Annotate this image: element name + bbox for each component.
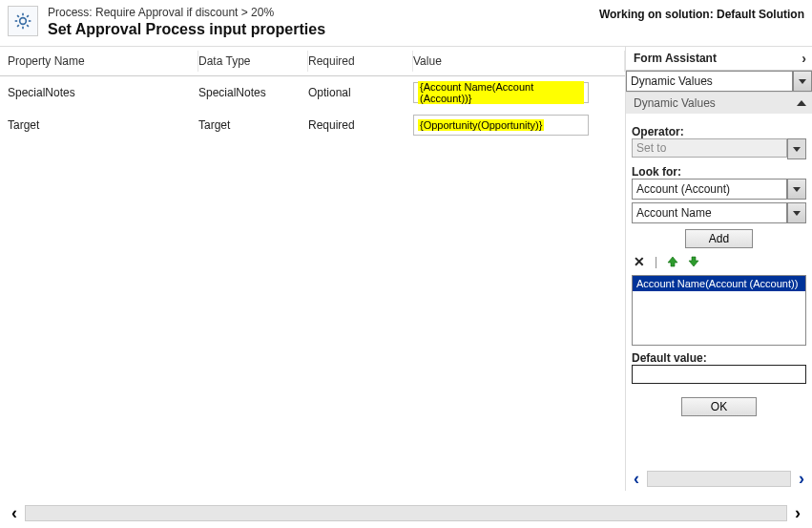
move-up-icon[interactable] <box>667 256 678 267</box>
gear-icon <box>13 11 32 31</box>
svg-point-0 <box>20 18 27 25</box>
scroll-right-icon[interactable]: › <box>795 470 808 487</box>
scroll-right-icon[interactable]: › <box>791 504 804 521</box>
process-icon <box>8 6 38 36</box>
assistant-mode-select[interactable]: Dynamic Values <box>626 71 793 92</box>
lookfor-attr-select[interactable]: Account Name <box>632 202 787 223</box>
chevron-down-icon <box>799 79 806 84</box>
svg-marker-10 <box>689 257 698 266</box>
page-title: Set Approval Process input properties <box>48 21 325 38</box>
table-row[interactable]: Target Target Required {Opportunity(Oppo… <box>8 109 617 141</box>
list-item[interactable]: Account Name(Account (Account)) <box>633 276 805 291</box>
operator-label: Operator: <box>632 125 806 138</box>
cell-name: Target <box>8 118 198 132</box>
lookfor-entity-select[interactable]: Account (Account) <box>632 179 787 200</box>
horizontal-scrollbar[interactable] <box>647 471 791 487</box>
dropdown-button[interactable] <box>787 202 806 223</box>
ok-button[interactable]: OK <box>681 397 757 416</box>
form-assistant-title: Form Assistant <box>634 52 717 65</box>
collapse-icon[interactable] <box>797 100 806 106</box>
separator: | <box>655 255 657 268</box>
add-button[interactable]: Add <box>685 229 753 248</box>
col-header-required[interactable]: Required <box>308 51 413 72</box>
scroll-left-icon[interactable]: ‹ <box>8 504 21 521</box>
svg-marker-9 <box>668 257 677 266</box>
col-header-value[interactable]: Value <box>413 51 625 72</box>
selected-values-list[interactable]: Account Name(Account (Account)) <box>632 275 806 346</box>
table-row[interactable]: SpecialNotes SpecialNotes Optional {Acco… <box>8 76 617 109</box>
svg-line-5 <box>17 15 19 17</box>
svg-line-6 <box>27 25 29 27</box>
dropdown-button[interactable] <box>793 71 812 92</box>
chevron-down-icon <box>793 147 801 152</box>
value-token: {Account Name(Account (Account))} <box>418 81 584 104</box>
cell-required: Required <box>308 118 413 132</box>
svg-line-8 <box>27 15 29 17</box>
value-token: {Opportunity(Opportunity)} <box>418 119 544 131</box>
value-input[interactable]: {Opportunity(Opportunity)} <box>413 115 589 136</box>
dropdown-button[interactable] <box>787 179 806 200</box>
default-value-input[interactable] <box>632 365 806 384</box>
col-header-name[interactable]: Property Name <box>8 51 198 72</box>
chevron-down-icon <box>793 211 801 216</box>
move-down-icon[interactable] <box>688 256 699 267</box>
svg-line-7 <box>17 25 19 27</box>
process-breadcrumb: Process: Require Approval if discount > … <box>48 6 325 19</box>
lookfor-label: Look for: <box>632 165 806 179</box>
chevron-down-icon <box>793 187 801 192</box>
cell-required: Optional <box>308 86 413 99</box>
dropdown-button <box>787 138 806 159</box>
operator-select: Set to <box>632 138 787 158</box>
property-grid: Property Name Data Type Required Value S… <box>0 47 625 491</box>
col-header-type[interactable]: Data Type <box>198 51 308 72</box>
default-value-label: Default value: <box>632 351 806 365</box>
value-input[interactable]: {Account Name(Account (Account))} <box>413 82 589 103</box>
horizontal-scrollbar[interactable] <box>25 505 787 521</box>
cell-type: Target <box>198 118 308 132</box>
working-on-label: Working on solution: Default Solution <box>599 6 804 21</box>
cell-name: SpecialNotes <box>8 86 198 99</box>
section-label: Dynamic Values <box>634 96 716 110</box>
cell-type: SpecialNotes <box>198 86 308 99</box>
grid-header: Property Name Data Type Required Value <box>0 47 625 76</box>
chevron-right-icon[interactable]: › <box>802 51 806 66</box>
delete-icon[interactable]: ✕ <box>634 254 645 269</box>
scroll-left-icon[interactable]: ‹ <box>630 470 643 487</box>
